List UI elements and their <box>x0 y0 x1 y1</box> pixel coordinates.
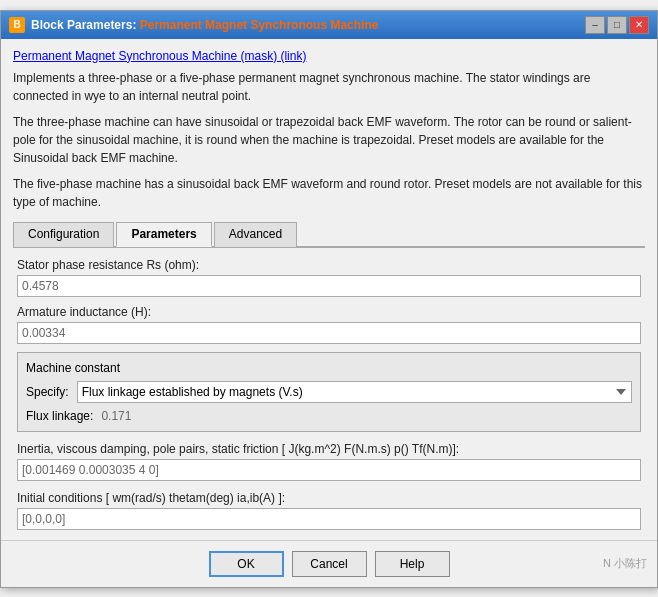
specify-select[interactable]: Flux linkage established by magnets (V.s… <box>77 381 632 403</box>
content-area: Permanent Magnet Synchronous Machine (ma… <box>1 39 657 540</box>
specify-row: Specify: Flux linkage established by mag… <box>26 381 632 403</box>
armature-input[interactable] <box>17 322 641 344</box>
watermark: N 小陈打 <box>603 556 647 571</box>
title-text: Block Parameters: Permanent Magnet Synch… <box>31 18 378 32</box>
tab-advanced-label: Advanced <box>229 227 282 241</box>
description-para3: The five-phase machine has a sinusoidal … <box>13 175 645 211</box>
parameters-form: Stator phase resistance Rs (ohm): Armatu… <box>13 258 645 530</box>
title-bar-controls: – □ ✕ <box>585 16 649 34</box>
title-bar-left: B Block Parameters: Permanent Magnet Syn… <box>9 17 378 33</box>
initial-input[interactable] <box>17 508 641 530</box>
armature-label: Armature inductance (H): <box>17 305 641 319</box>
title-bar: B Block Parameters: Permanent Magnet Syn… <box>1 11 657 39</box>
specify-label: Specify: <box>26 385 69 399</box>
tab-configuration[interactable]: Configuration <box>13 222 114 247</box>
flux-label: Flux linkage: <box>26 409 93 423</box>
tab-parameters[interactable]: Parameters <box>116 222 211 247</box>
tab-advanced[interactable]: Advanced <box>214 222 297 247</box>
machine-constant-title: Machine constant <box>26 361 632 375</box>
description-para1: Implements a three-phase or a five-phase… <box>13 69 645 105</box>
maximize-button[interactable]: □ <box>607 16 627 34</box>
flux-row: Flux linkage: 0.171 <box>26 409 632 423</box>
footer: OK Cancel Help N 小陈打 <box>1 540 657 587</box>
description-para2: The three-phase machine can have sinusoi… <box>13 113 645 167</box>
minimize-button[interactable]: – <box>585 16 605 34</box>
stator-label: Stator phase resistance Rs (ohm): <box>17 258 641 272</box>
machine-constant-box: Machine constant Specify: Flux linkage e… <box>17 352 641 432</box>
initial-label: Initial conditions [ wm(rad/s) thetam(de… <box>17 491 641 505</box>
stator-input[interactable] <box>17 275 641 297</box>
help-button[interactable]: Help <box>375 551 450 577</box>
close-button[interactable]: ✕ <box>629 16 649 34</box>
tab-bar: Configuration Parameters Advanced <box>13 221 645 248</box>
cancel-button[interactable]: Cancel <box>292 551 367 577</box>
mask-link[interactable]: Permanent Magnet Synchronous Machine (ma… <box>13 49 306 63</box>
tab-configuration-label: Configuration <box>28 227 99 241</box>
block-parameters-window: B Block Parameters: Permanent Magnet Syn… <box>0 10 658 588</box>
flux-value: 0.171 <box>101 409 131 423</box>
tab-parameters-label: Parameters <box>131 227 196 241</box>
window-icon: B <box>9 17 25 33</box>
description-block: Implements a three-phase or a five-phase… <box>13 69 645 211</box>
title-colored: Permanent Magnet Synchronous Machine <box>140 18 379 32</box>
ok-button[interactable]: OK <box>209 551 284 577</box>
window-icon-label: B <box>13 19 20 30</box>
title-prefix: Block Parameters: <box>31 18 140 32</box>
inertia-label: Inertia, viscous damping, pole pairs, st… <box>17 442 641 456</box>
inertia-input[interactable] <box>17 459 641 481</box>
